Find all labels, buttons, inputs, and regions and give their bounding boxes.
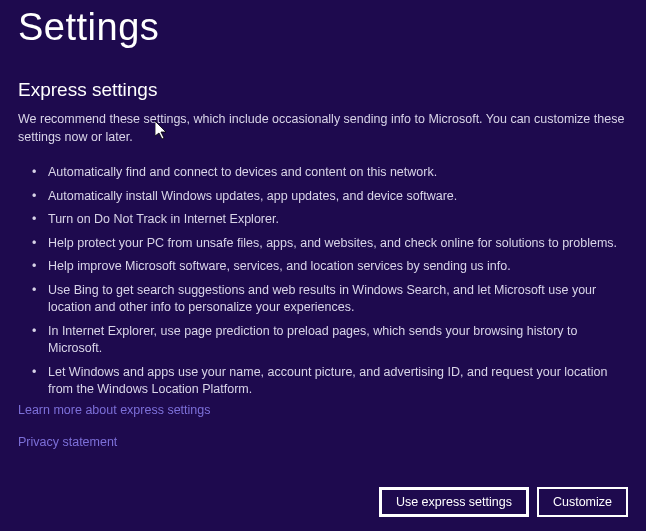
list-item: Use Bing to get search suggestions and w… [28,282,628,317]
learn-more-link[interactable]: Learn more about express settings [18,403,210,417]
page-title: Settings [18,6,628,49]
list-item: Turn on Do Not Track in Internet Explore… [28,211,628,229]
customize-button[interactable]: Customize [537,487,628,517]
bullet-list: Automatically find and connect to device… [18,164,628,399]
button-row: Use express settings Customize [379,487,628,517]
settings-page: Settings Express settings We recommend t… [0,0,646,531]
section-subtitle: Express settings [18,79,628,101]
footer-links: Learn more about express settings Privac… [18,403,210,467]
list-item: Automatically install Windows updates, a… [28,188,628,206]
privacy-link[interactable]: Privacy statement [18,435,210,449]
list-item: In Internet Explorer, use page predictio… [28,323,628,358]
list-item: Let Windows and apps use your name, acco… [28,364,628,399]
list-item: Automatically find and connect to device… [28,164,628,182]
list-item: Help protect your PC from unsafe files, … [28,235,628,253]
list-item: Help improve Microsoft software, service… [28,258,628,276]
use-express-settings-button[interactable]: Use express settings [379,487,529,517]
intro-text: We recommend these settings, which inclu… [18,111,628,146]
